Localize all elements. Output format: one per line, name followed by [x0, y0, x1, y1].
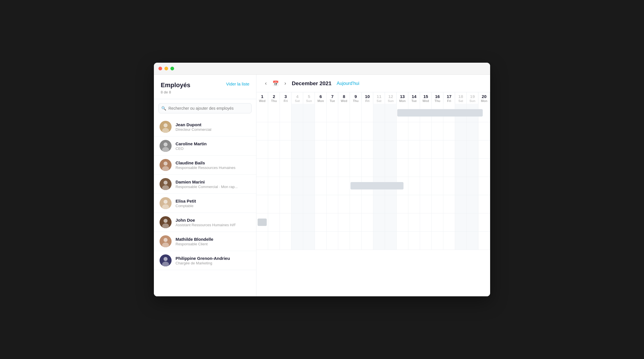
calendar-cell[interactable] — [408, 140, 420, 158]
calendar-cell[interactable] — [478, 195, 490, 213]
calendar-cell[interactable] — [432, 158, 443, 177]
employee-item[interactable]: Mathilde Blondelle Responsable Client — [154, 232, 256, 251]
calendar-cell[interactable] — [362, 195, 373, 213]
calendar-cell[interactable] — [478, 177, 490, 195]
calendar-cell[interactable] — [443, 213, 455, 231]
calendar-cell[interactable] — [455, 231, 466, 250]
calendar-cell[interactable] — [408, 195, 420, 213]
calendar-cell[interactable] — [327, 140, 338, 158]
calendar-cell[interactable] — [408, 177, 420, 195]
calendar-cell[interactable] — [350, 213, 362, 231]
calendar-cell[interactable] — [268, 195, 280, 213]
calendar-cell[interactable] — [292, 104, 303, 122]
calendar-cell[interactable] — [338, 213, 350, 231]
calendar-cell[interactable] — [397, 158, 408, 177]
calendar-cell[interactable] — [466, 177, 478, 195]
next-month-button[interactable]: › — [283, 80, 288, 87]
calendar-cell[interactable] — [303, 122, 315, 140]
close-button[interactable] — [158, 67, 162, 70]
employee-item[interactable]: John Doe Assistant Ressources Humaines H… — [154, 213, 256, 232]
calendar-cell[interactable] — [420, 213, 432, 231]
calendar-cell[interactable] — [315, 158, 327, 177]
calendar-cell[interactable] — [268, 158, 280, 177]
calendar-cell[interactable] — [315, 195, 327, 213]
calendar-cell[interactable] — [455, 177, 466, 195]
calendar-cell[interactable] — [292, 231, 303, 250]
search-input[interactable] — [158, 103, 252, 113]
calendar-cell[interactable] — [443, 195, 455, 213]
calendar-cell[interactable] — [373, 104, 385, 122]
calendar-cell[interactable] — [385, 104, 397, 122]
calendar-cell[interactable] — [385, 195, 397, 213]
calendar-cell[interactable] — [292, 177, 303, 195]
calendar-cell[interactable] — [327, 104, 338, 122]
calendar-cell[interactable] — [385, 158, 397, 177]
calendar-cell[interactable] — [303, 104, 315, 122]
calendar-cell[interactable] — [443, 140, 455, 158]
calendar-cell[interactable] — [280, 104, 292, 122]
calendar-cell[interactable] — [397, 213, 408, 231]
calendar-cell[interactable] — [408, 158, 420, 177]
calendar-icon[interactable]: 📅 — [272, 80, 279, 87]
calendar-cell[interactable] — [350, 140, 362, 158]
calendar-cell[interactable] — [420, 140, 432, 158]
calendar-cell[interactable] — [432, 195, 443, 213]
calendar-cell[interactable] — [373, 122, 385, 140]
calendar-cell[interactable] — [443, 158, 455, 177]
calendar-cell[interactable] — [478, 158, 490, 177]
calendar-cell[interactable] — [362, 104, 373, 122]
calendar-cell[interactable] — [373, 158, 385, 177]
calendar-cell[interactable] — [268, 104, 280, 122]
calendar-cell[interactable] — [455, 122, 466, 140]
calendar-cell[interactable] — [280, 177, 292, 195]
calendar-cell[interactable] — [350, 177, 362, 195]
calendar-cell[interactable] — [455, 213, 466, 231]
calendar-cell[interactable] — [292, 140, 303, 158]
calendar-cell[interactable] — [420, 122, 432, 140]
calendar-cell[interactable] — [292, 158, 303, 177]
calendar-cell[interactable] — [256, 158, 268, 177]
calendar-cell[interactable] — [362, 122, 373, 140]
calendar-cell[interactable] — [443, 177, 455, 195]
employee-item[interactable]: Claudine Bails Responsable Ressources Hu… — [154, 156, 256, 175]
calendar-cell[interactable] — [466, 140, 478, 158]
calendar-cell[interactable] — [303, 213, 315, 231]
calendar-cell[interactable] — [303, 140, 315, 158]
calendar-cell[interactable] — [362, 158, 373, 177]
calendar-cell[interactable] — [385, 213, 397, 231]
calendar-cell[interactable] — [338, 122, 350, 140]
calendar-cell[interactable] — [420, 177, 432, 195]
calendar-cell[interactable] — [338, 158, 350, 177]
calendar-cell[interactable] — [303, 158, 315, 177]
calendar-cell[interactable] — [292, 122, 303, 140]
calendar-cell[interactable] — [466, 158, 478, 177]
calendar-cell[interactable] — [443, 122, 455, 140]
minimize-button[interactable] — [164, 67, 168, 70]
calendar-cell[interactable] — [350, 122, 362, 140]
calendar-cell[interactable] — [432, 122, 443, 140]
calendar-cell[interactable] — [327, 195, 338, 213]
calendar-cell[interactable] — [397, 195, 408, 213]
calendar-cell[interactable] — [256, 177, 268, 195]
calendar-cell[interactable] — [385, 140, 397, 158]
calendar-cell[interactable] — [373, 195, 385, 213]
calendar-cell[interactable] — [315, 213, 327, 231]
calendar-cell[interactable] — [292, 195, 303, 213]
calendar-cell[interactable] — [478, 213, 490, 231]
calendar-cell[interactable] — [420, 231, 432, 250]
employee-item[interactable]: Jean Dupont Directeur Commercial — [154, 117, 256, 136]
calendar-cell[interactable] — [443, 231, 455, 250]
calendar-cell[interactable] — [268, 213, 280, 231]
maximize-button[interactable] — [170, 67, 174, 70]
calendar-cell[interactable] — [268, 231, 280, 250]
calendar-cell[interactable] — [268, 177, 280, 195]
calendar-cell[interactable] — [280, 140, 292, 158]
calendar-cell[interactable] — [373, 213, 385, 231]
calendar-cell[interactable] — [350, 231, 362, 250]
calendar-cell[interactable] — [338, 104, 350, 122]
calendar-cell[interactable] — [292, 213, 303, 231]
employee-item[interactable]: Philippine Grenon-Andrieu Chargée de Mar… — [154, 251, 256, 270]
calendar-cell[interactable] — [280, 122, 292, 140]
employee-item[interactable]: Damien Marini Responsable Commercial · M… — [154, 175, 256, 194]
calendar-cell[interactable] — [478, 122, 490, 140]
